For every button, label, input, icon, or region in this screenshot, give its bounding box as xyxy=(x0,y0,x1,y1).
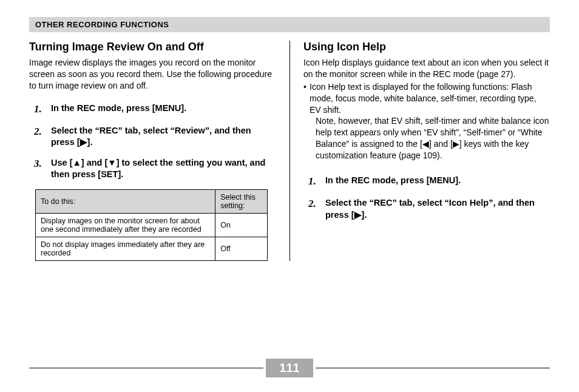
cell-action: Display images on the monitor screen for… xyxy=(36,213,215,237)
cell-action: Do not display images immediately after … xyxy=(36,237,215,260)
right-step-list: 1. In the REC mode, press [MENU]. 2. Sel… xyxy=(303,175,550,221)
table-row: Do not display images immediately after … xyxy=(36,237,268,260)
col-header-action: To do this: xyxy=(36,189,215,213)
step-text: Select the “REC” tab, select “Review”, a… xyxy=(51,125,276,149)
page-number: 111 xyxy=(266,359,313,377)
step-text: Use [▲] and [▼] to select the setting yo… xyxy=(51,157,276,181)
step-number: 1. xyxy=(308,175,325,189)
step-item: 1. In the REC mode, press [MENU]. xyxy=(34,103,276,117)
left-column: Turning Image Review On and Off Image re… xyxy=(29,41,290,261)
right-heading: Using Icon Help xyxy=(303,41,550,53)
footer-rule-left xyxy=(29,368,263,368)
step-item: 1. In the REC mode, press [MENU]. xyxy=(308,175,550,189)
left-intro-text: Image review displays the images you rec… xyxy=(29,57,276,92)
table-header-row: To do this: Select this setting: xyxy=(36,189,268,213)
step-item: 2. Select the “REC” tab, select “Icon He… xyxy=(308,197,550,221)
bullet-text: Icon Help text is displayed for the foll… xyxy=(303,81,550,116)
step-text: In the REC mode, press [MENU]. xyxy=(51,103,276,117)
chapter-title-bar: OTHER RECORDING FUNCTIONS xyxy=(29,17,550,32)
table-row: Display images on the monitor screen for… xyxy=(36,213,268,237)
page: OTHER RECORDING FUNCTIONS Turning Image … xyxy=(0,0,579,392)
step-number: 3. xyxy=(34,157,51,181)
bullet-block: Icon Help text is displayed for the foll… xyxy=(303,81,550,161)
cell-setting: On xyxy=(215,213,267,237)
cell-setting: Off xyxy=(215,237,267,260)
step-number: 2. xyxy=(308,197,325,221)
bullet-subnote: Note, however, that EV shift, self-timer… xyxy=(303,115,550,161)
step-text: Select the “REC” tab, select “Icon Help”… xyxy=(325,197,550,221)
step-item: 2. Select the “REC” tab, select “Review”… xyxy=(34,125,276,149)
step-text: In the REC mode, press [MENU]. xyxy=(325,175,550,189)
page-footer: 111 xyxy=(29,359,550,377)
two-column-layout: Turning Image Review On and Off Image re… xyxy=(29,41,550,261)
step-number: 2. xyxy=(34,125,51,149)
right-intro-text: Icon Help displays guidance text about a… xyxy=(303,57,550,80)
left-step-list: 1. In the REC mode, press [MENU]. 2. Sel… xyxy=(29,103,276,181)
right-column: Using Icon Help Icon Help displays guida… xyxy=(290,41,550,261)
step-number: 1. xyxy=(34,103,51,117)
settings-table: To do this: Select this setting: Display… xyxy=(35,189,268,261)
footer-rule-right xyxy=(316,368,550,368)
left-heading: Turning Image Review On and Off xyxy=(29,41,276,53)
step-item: 3. Use [▲] and [▼] to select the setting… xyxy=(34,157,276,181)
col-header-setting: Select this setting: xyxy=(215,189,267,213)
